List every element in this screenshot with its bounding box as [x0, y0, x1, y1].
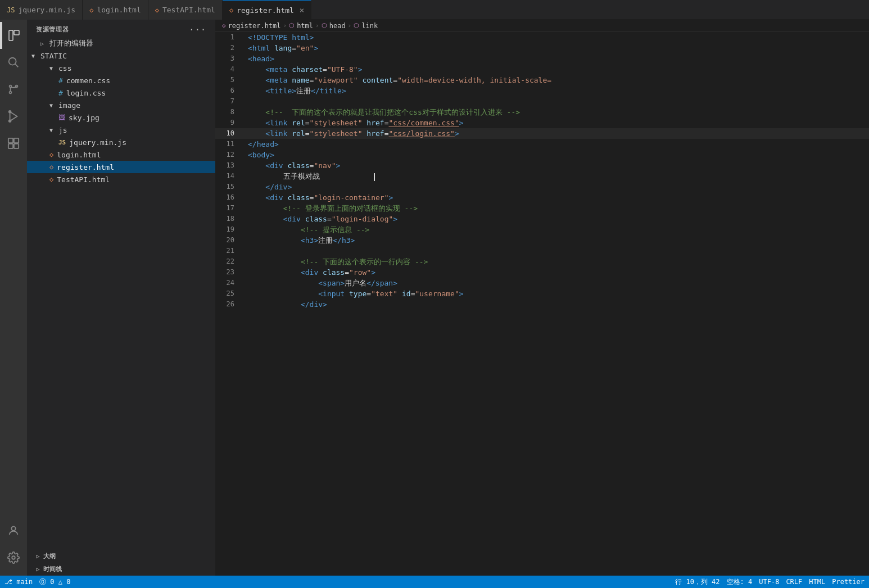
svg-marker-7 — [10, 112, 17, 121]
code-line-4: 4 <meta charset="UTF-8"> — [215, 64, 869, 75]
settings-icon[interactable] — [0, 544, 27, 571]
sidebar-file-sky-jpg[interactable]: 🖼 sky.jpg — [27, 111, 215, 124]
sidebar-file-login-css[interactable]: # login.css — [27, 87, 215, 99]
sidebar-image-folder[interactable]: ▼ image — [27, 99, 215, 111]
sidebar-js-folder[interactable]: ▼ js — [27, 124, 215, 136]
tab-jquery[interactable]: JS jquery.min.js — [0, 0, 83, 20]
code-line-24: 24 <span>用户名</span> — [215, 278, 869, 288]
sidebar-file-testapi-html[interactable]: ◇ TestAPI.html — [27, 173, 215, 186]
formatter[interactable]: Prettier — [832, 578, 865, 586]
html-file-icon: ◇ — [49, 151, 53, 159]
line-ending[interactable]: CRLF — [786, 578, 802, 586]
js-file-icon: JS — [7, 6, 15, 14]
tab-login[interactable]: ◇ login.html — [83, 0, 148, 20]
cursor-position[interactable]: 行 10，列 42 — [675, 577, 719, 587]
img-file-icon: 🖼 — [58, 114, 65, 121]
outline-label: 大纲 — [43, 552, 56, 560]
status-left: ⎇ main ⓪ 0 △ 0 — [4, 577, 70, 587]
git-branch[interactable]: ⎇ main — [4, 578, 33, 586]
source-control-icon[interactable] — [0, 76, 27, 103]
indentation[interactable]: 空格: 4 — [727, 577, 753, 587]
tab-close-button[interactable]: × — [300, 6, 304, 15]
code-line-3: 3 <head> — [215, 53, 869, 64]
arrow-down-icon: ▼ — [31, 53, 38, 59]
code-line-16: 16 <div class="login-container"> — [215, 192, 869, 203]
tab-label: TestAPI.html — [162, 6, 215, 14]
arrow-down-icon: ▼ — [49, 65, 56, 71]
search-icon[interactable] — [0, 49, 27, 76]
explorer-icon[interactable] — [0, 22, 27, 49]
svg-rect-0 — [9, 30, 13, 40]
activity-bar — [0, 20, 27, 576]
tab-testapi[interactable]: ◇ TestAPI.html — [148, 0, 223, 20]
tab-label: jquery.min.js — [18, 6, 75, 14]
error-warning[interactable]: ⓪ 0 △ 0 — [39, 577, 70, 587]
tab-bar: JS jquery.min.js ◇ login.html ◇ TestAPI.… — [0, 0, 869, 20]
breadcrumb-item-html: ⬡ html — [289, 22, 313, 30]
svg-rect-13 — [14, 144, 19, 148]
code-line-17: 17 <!-- 登录界面上面的对话框的实现 --> — [215, 203, 869, 214]
file-label: sky.jpg — [69, 114, 99, 122]
svg-line-3 — [15, 64, 18, 67]
code-line-9: 9 <link rel="stylesheet" href="css/comme… — [215, 117, 869, 128]
code-line-1: 1 <!DOCTYPE html> — [215, 32, 869, 43]
file-label: jquery.min.js — [69, 138, 126, 147]
sidebar-css-folder[interactable]: ▼ css — [27, 62, 215, 74]
svg-point-9 — [9, 120, 11, 122]
status-bar: ⎇ main ⓪ 0 △ 0 行 10，列 42 空格: 4 UTF-8 CRL… — [0, 576, 869, 588]
arrow-icon: ▷ — [36, 566, 40, 573]
file-label: login.css — [66, 89, 106, 97]
svg-rect-12 — [8, 144, 13, 148]
breadcrumb-item-file: ◇ register.html — [222, 22, 281, 30]
sidebar-file-commen-css[interactable]: # commen.css — [27, 74, 215, 87]
html-file-icon: ◇ — [49, 175, 53, 183]
sidebar-open-editors[interactable]: ▷ 打开的编辑器 — [27, 37, 215, 49]
more-icon[interactable]: ··· — [189, 24, 206, 35]
sidebar: 资源管理器 ··· ▷ 打开的编辑器 ▼ STATIC ▼ css # comm… — [27, 20, 215, 576]
sidebar-file-register-html[interactable]: ◇ register.html — [27, 161, 215, 173]
file-label: commen.css — [66, 76, 110, 85]
code-line-13: 13 <div class="nav"> — [215, 160, 869, 171]
open-editors-label: 打开的编辑器 — [49, 38, 93, 48]
static-label: STATIC — [40, 52, 67, 60]
html-file-icon: ◇ — [155, 6, 159, 14]
sidebar-file-login-html[interactable]: ◇ login.html — [27, 148, 215, 161]
tab-register[interactable]: ◇ register.html × — [223, 0, 311, 20]
account-icon[interactable] — [0, 517, 27, 544]
svg-rect-11 — [14, 138, 19, 143]
language-mode[interactable]: HTML — [809, 578, 825, 586]
js-file-icon: JS — [58, 139, 66, 146]
file-label: login.html — [57, 151, 101, 159]
status-right: 行 10，列 42 空格: 4 UTF-8 CRLF HTML Prettier — [675, 577, 865, 587]
code-line-21: 21 — [215, 246, 869, 256]
arrow-down-icon: ▼ — [49, 102, 56, 108]
sidebar-static-folder[interactable]: ▼ STATIC — [27, 49, 215, 62]
css-label: css — [58, 64, 71, 73]
html-file-icon: ◇ — [49, 163, 53, 171]
code-line-15: 15 </div> — [215, 182, 869, 192]
svg-point-15 — [12, 556, 15, 559]
breadcrumb-item-head: ⬡ head — [322, 22, 346, 30]
code-view[interactable]: 1 <!DOCTYPE html> 2 <html lang="en"> 3 <… — [215, 32, 869, 576]
code-line-11: 11 </head> — [215, 139, 869, 150]
code-line-7: 7 — [215, 96, 869, 107]
timeline-section[interactable]: ▷ 时间线 — [27, 563, 215, 576]
svg-rect-10 — [8, 138, 13, 143]
svg-point-14 — [11, 527, 15, 531]
timeline-label: 时间线 — [43, 565, 62, 573]
code-line-19: 19 <!-- 提示信息 --> — [215, 224, 869, 235]
sidebar-header: 资源管理器 ··· — [27, 20, 215, 37]
svg-point-5 — [10, 92, 12, 94]
code-line-25: 25 <input type="text" id="username"> — [215, 288, 869, 299]
code-line-20: 20 <h3>注册</h3> — [215, 235, 869, 246]
code-line-22: 22 <!-- 下面的这个表示的一行内容 --> — [215, 256, 869, 267]
encoding[interactable]: UTF-8 — [759, 578, 779, 586]
tab-label: login.html — [97, 6, 141, 14]
outline-section[interactable]: ▷ 大纲 — [27, 550, 215, 563]
extensions-icon[interactable] — [0, 130, 27, 157]
file-label: TestAPI.html — [57, 175, 110, 184]
run-debug-icon[interactable] — [0, 103, 27, 130]
sidebar-file-jquery[interactable]: JS jquery.min.js — [27, 136, 215, 148]
css-file-icon: # — [58, 76, 63, 85]
file-label: register.html — [57, 163, 114, 171]
